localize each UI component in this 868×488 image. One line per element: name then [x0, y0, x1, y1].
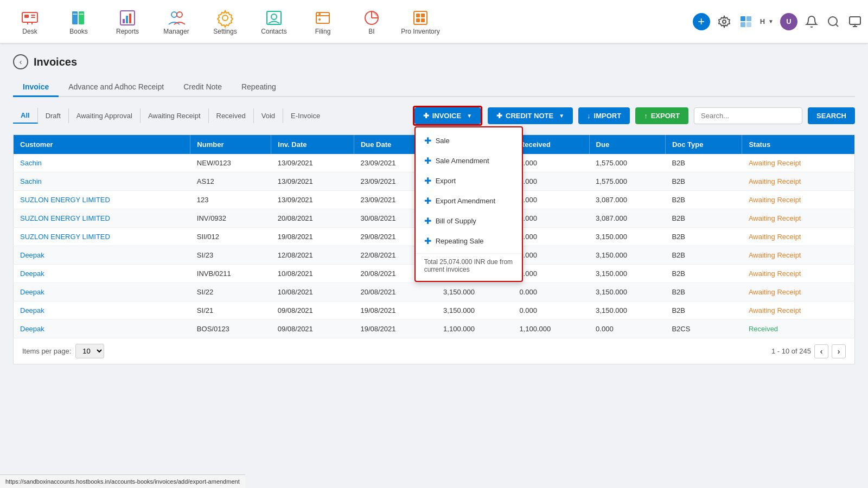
table-row[interactable]: Deepak SI/21 09/08/2021 19/08/2021 3,150… [14, 301, 855, 320]
cell-received: 0.000 [513, 301, 589, 320]
plus-circle-repeating-icon: ✚ [424, 236, 431, 246]
cell-received: 0.000 [513, 265, 589, 283]
tab-credit-note[interactable]: Credit Note [174, 78, 232, 97]
svg-rect-7 [79, 11, 84, 24]
cell-due: 1,575.000 [589, 154, 665, 172]
svg-line-36 [836, 24, 838, 26]
back-button[interactable]: ‹ [13, 54, 28, 69]
filter-awaiting-approval[interactable]: Awaiting Approval [69, 108, 141, 123]
per-page-select[interactable]: 10 25 50 [75, 344, 104, 358]
prev-page-button[interactable]: ‹ [814, 344, 828, 358]
credit-note-button[interactable]: ✚ CREDIT NOTE ▼ [488, 107, 573, 124]
cell-number: SI/21 [190, 301, 271, 320]
cell-customer[interactable]: Deepak [14, 301, 190, 320]
items-per-page-area: Items per page: 10 25 50 [22, 344, 104, 358]
svg-point-35 [828, 17, 837, 25]
cell-doc-type: B2B [665, 191, 742, 209]
nav-item-bi[interactable]: BI [347, 4, 396, 40]
cell-doc-type: B2B [665, 265, 742, 283]
search-nav-icon[interactable] [826, 14, 841, 29]
svg-point-18 [271, 14, 277, 20]
nav-item-manager[interactable]: Manager [152, 4, 201, 40]
nav-item-settings[interactable]: Settings [201, 4, 250, 40]
next-page-button[interactable]: › [832, 344, 846, 358]
cell-customer[interactable]: Sachin [14, 154, 190, 172]
filter-draft[interactable]: Draft [38, 108, 69, 123]
nav-label-desk: Desk [22, 28, 37, 35]
dropdown-item-export-amendment[interactable]: ✚ Export Amendment [416, 191, 522, 211]
dropdown-item-bill-of-supply[interactable]: ✚ Bill of Supply [416, 211, 522, 231]
filter-tabs: All Draft Awaiting Approval Awaiting Rec… [13, 108, 328, 124]
cell-customer[interactable]: SUZLON ENERGY LIMITED [14, 228, 190, 246]
filter-void[interactable]: Void [254, 108, 283, 123]
cell-customer[interactable]: Sachin [14, 172, 190, 191]
grid-nav-icon[interactable] [738, 14, 754, 29]
pagination-text: 1 - 10 of 245 [771, 347, 811, 355]
dropdown-item-export[interactable]: ✚ Export [416, 171, 522, 191]
cell-doc-type: B2B [665, 172, 742, 191]
svg-point-16 [222, 15, 228, 21]
cell-doc-type: B2CS [665, 320, 742, 338]
col-inv-date: Inv. Date [271, 135, 354, 155]
tab-repeating[interactable]: Repeating [232, 78, 286, 97]
svg-rect-6 [72, 11, 78, 24]
books-icon [69, 8, 88, 28]
invoice-dropdown-menu: ✚ Sale ✚ Sale Amendment ✚ Export ✚ Expor… [414, 126, 523, 282]
svg-rect-19 [316, 12, 329, 23]
cell-customer[interactable]: Deepak [14, 246, 190, 265]
cell-status: Awaiting Receipt [742, 265, 855, 283]
svg-rect-2 [31, 15, 35, 16]
cell-inv-date: 09/08/2021 [271, 301, 354, 320]
top-navigation: Desk Books Reports [0, 0, 868, 43]
page-header: ‹ Invoices [13, 54, 855, 69]
notifications-icon[interactable] [804, 14, 819, 29]
cell-customer[interactable]: Deepak [14, 283, 190, 301]
cell-number: AS12 [190, 172, 271, 191]
export-button[interactable]: ↑ EXPORT [635, 107, 688, 124]
svg-rect-8 [73, 14, 77, 15]
pagination-area: 1 - 10 of 245 ‹ › [771, 344, 846, 358]
nav-item-reports[interactable]: Reports [103, 4, 152, 40]
cell-customer[interactable]: SUZLON ENERGY LIMITED [14, 191, 190, 209]
dropdown-item-sale-amendment[interactable]: ✚ Sale Amendment [416, 151, 522, 171]
cell-customer[interactable]: Deepak [14, 265, 190, 283]
user-profile-icon[interactable] [847, 14, 863, 29]
cell-received: 0.000 [513, 246, 589, 265]
cell-received: 1,100.000 [513, 320, 589, 338]
filter-all[interactable]: All [13, 108, 38, 124]
nav-item-pro-inventory[interactable]: Pro Inventory [396, 4, 445, 40]
filter-received[interactable]: Received [209, 108, 254, 123]
invoice-button[interactable]: ✚ INVOICE ▼ [414, 107, 481, 124]
cell-received: 0.000 [513, 209, 589, 228]
nav-item-contacts[interactable]: Contacts [250, 4, 298, 40]
cell-received: 0.000 [513, 191, 589, 209]
filter-awaiting-receipt[interactable]: Awaiting Receipt [141, 108, 209, 123]
filter-e-invoice[interactable]: E-Invoice [283, 108, 328, 123]
table-row[interactable]: Deepak SI/22 10/08/2021 20/08/2021 3,150… [14, 283, 855, 301]
nav-item-books[interactable]: Books [54, 4, 103, 40]
import-button[interactable]: ↓ IMPORT [578, 107, 630, 124]
search-input[interactable] [694, 107, 802, 124]
page-tabs: Invoice Advance and Adhoc Receipt Credit… [13, 78, 855, 97]
svg-rect-37 [850, 17, 860, 24]
user-avatar[interactable]: U [780, 13, 797, 30]
svg-rect-9 [79, 14, 84, 15]
dropdown-item-repeating-sale[interactable]: ✚ Repeating Sale [416, 231, 522, 251]
svg-rect-28 [416, 18, 420, 22]
cell-doc-type: B2B [665, 209, 742, 228]
cell-customer[interactable]: Deepak [14, 320, 190, 338]
nav-item-desk[interactable]: Desk [5, 4, 54, 40]
cell-amount: 3,150.000 [437, 283, 513, 301]
add-button[interactable]: + [693, 13, 710, 30]
cell-customer[interactable]: SUZLON ENERGY LIMITED [14, 209, 190, 228]
gear-nav-icon[interactable] [717, 14, 732, 29]
language-selector[interactable]: H ▼ [760, 17, 774, 25]
plus-circle-export-amendment-icon: ✚ [424, 196, 431, 206]
dropdown-item-sale[interactable]: ✚ Sale [416, 131, 522, 151]
tab-invoice[interactable]: Invoice [13, 78, 59, 97]
table-row[interactable]: Deepak BOS/0123 09/08/2021 19/08/2021 1,… [14, 320, 855, 338]
items-per-page-label: Items per page: [22, 347, 71, 355]
search-button[interactable]: SEARCH [808, 107, 855, 124]
tab-advance[interactable]: Advance and Adhoc Receipt [59, 78, 174, 97]
nav-item-filing[interactable]: Filing [298, 4, 347, 40]
